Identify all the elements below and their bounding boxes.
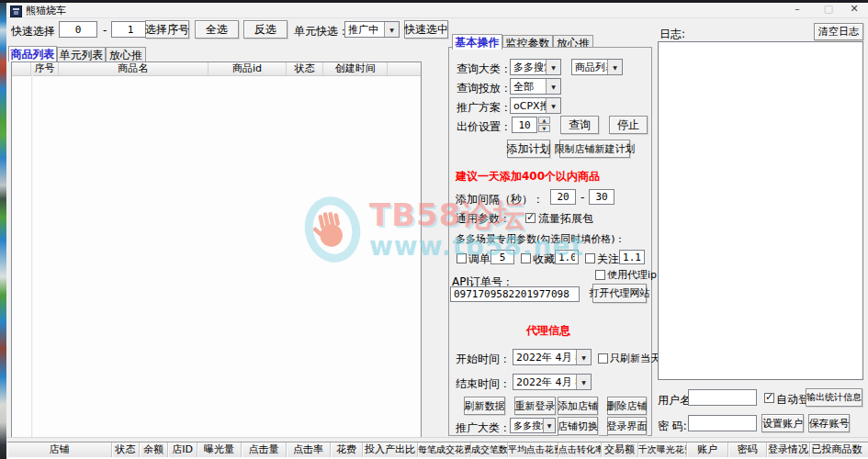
order-price-input[interactable] bbox=[490, 250, 514, 264]
relogin-button[interactable]: 重新登录 bbox=[514, 397, 556, 415]
shop-col-cvr[interactable]: 点击转化率 bbox=[558, 442, 602, 458]
shop-col-status[interactable]: 状态 bbox=[112, 442, 140, 458]
range-to-input[interactable] bbox=[111, 21, 150, 38]
output-stats-button[interactable]: 输出统计信息 bbox=[806, 388, 862, 407]
refresh-today-checkbox[interactable] bbox=[598, 353, 608, 364]
use-proxy-checkbox[interactable] bbox=[595, 270, 605, 280]
column-separator bbox=[31, 75, 33, 437]
query-target-select[interactable]: 商品列表▼ bbox=[571, 59, 623, 75]
set-account-button[interactable]: 设置账户 bbox=[761, 414, 804, 432]
shop-col-impressions[interactable]: 曝光量 bbox=[197, 442, 242, 458]
tab-product-list[interactable]: 商品列表 bbox=[8, 46, 57, 62]
plan-select[interactable]: oCPX推广▼ bbox=[510, 97, 561, 114]
shop-col-products[interactable]: 已投商品数 bbox=[810, 442, 863, 458]
column-header-status[interactable]: 状态 bbox=[287, 62, 323, 75]
query-delivery-value: 全部 bbox=[511, 80, 546, 94]
add-plan-button[interactable]: 添加计划 bbox=[507, 140, 550, 158]
unit-status-select[interactable]: 推广中 ▼ bbox=[344, 21, 400, 38]
pick-serial-button[interactable]: 选择序号 bbox=[145, 20, 189, 39]
password-input[interactable] bbox=[688, 415, 757, 431]
column-header-created[interactable]: 创建时间 bbox=[323, 62, 388, 75]
order-label: 调单 bbox=[468, 252, 490, 267]
order-checkbox[interactable] bbox=[457, 253, 467, 263]
auto-login-checkbox[interactable]: ✓ bbox=[764, 393, 774, 403]
shop-col-account[interactable]: 账户 bbox=[687, 442, 728, 458]
start-time-select[interactable]: 2022年 4月 8日▼ bbox=[513, 349, 592, 365]
log-textarea[interactable] bbox=[658, 41, 863, 380]
chevron-down-icon: ▼ bbox=[384, 22, 399, 37]
limit-plan-button[interactable]: 限制店铺新建计划 bbox=[559, 140, 630, 158]
clear-log-button[interactable]: 清空日志 bbox=[814, 23, 863, 40]
shop-col-shop[interactable]: 店铺 bbox=[7, 442, 112, 458]
shop-col-login-status[interactable]: 登录情况 bbox=[767, 442, 810, 458]
shop-col-password[interactable]: 密码 bbox=[728, 442, 767, 458]
interval-max-input[interactable] bbox=[589, 189, 614, 205]
shop-col-clicks[interactable]: 点击量 bbox=[242, 442, 287, 458]
column-header-serial[interactable]: 序号 bbox=[31, 62, 59, 75]
delete-shop-button[interactable]: 删除店铺 bbox=[607, 397, 647, 415]
stop-button[interactable]: 停止 bbox=[609, 116, 648, 134]
shop-col-gmv[interactable]: 交易额 bbox=[602, 442, 638, 458]
tab-worry-free[interactable]: 放心推 bbox=[106, 47, 146, 62]
favorite-price-input[interactable] bbox=[555, 250, 579, 264]
username-input[interactable] bbox=[688, 389, 757, 406]
column-header-filler bbox=[388, 62, 421, 75]
plan-value: oCPX推广 bbox=[511, 99, 546, 113]
login-ui-button[interactable]: 登录界面 bbox=[607, 417, 647, 435]
end-time-select[interactable]: 2022年 4月 8日▼ bbox=[513, 374, 592, 390]
select-all-button[interactable]: 全选 bbox=[195, 20, 239, 39]
maximize-button[interactable]: ▢ bbox=[817, 2, 840, 16]
desktop-background-strip bbox=[0, 3, 6, 459]
shop-col-spend[interactable]: 花费 bbox=[331, 442, 363, 458]
shop-col-balance[interactable]: 余额 bbox=[140, 442, 168, 458]
quick-pick-button[interactable]: 快速选中 bbox=[404, 20, 448, 39]
switch-shop-button[interactable]: 店铺切换 bbox=[558, 417, 598, 435]
traffic-package-checkbox[interactable]: ✓ bbox=[525, 213, 535, 223]
query-delivery-label: 查询投放： bbox=[457, 81, 512, 96]
favorite-checkbox[interactable] bbox=[521, 253, 531, 263]
shop-col-shop-id[interactable]: 店ID bbox=[168, 442, 197, 458]
end-time-value: 2022年 4月 8日 bbox=[513, 375, 576, 389]
start-time-value: 2022年 4月 8日 bbox=[513, 351, 576, 364]
query-category-select[interactable]: 多多搜索▼ bbox=[510, 59, 561, 75]
save-account-button[interactable]: 保存账号 bbox=[808, 414, 850, 432]
column-header[interactable] bbox=[12, 62, 31, 75]
use-proxy-label: 使用代理ip bbox=[607, 268, 657, 282]
shop-col-roi[interactable]: 投入产出比 bbox=[363, 442, 418, 458]
tab-unit-list[interactable]: 单元列表 bbox=[57, 47, 106, 62]
range-from-input[interactable] bbox=[59, 21, 97, 38]
promo-category-select[interactable]: 多多搜索▼ bbox=[510, 418, 556, 433]
shop-col-avg-cpc[interactable]: 平均点击花费 bbox=[508, 442, 558, 458]
refresh-data-button[interactable]: 刷新数据 bbox=[464, 397, 505, 415]
shop-col-cost-per-deal[interactable]: 每笔成交花费 bbox=[418, 442, 471, 458]
bid-spinner-down[interactable]: ▼ bbox=[538, 125, 550, 132]
minimize-button[interactable]: – bbox=[786, 2, 808, 16]
query-button[interactable]: 查询 bbox=[560, 116, 599, 134]
shop-col-deals[interactable]: 成交笔数 bbox=[471, 442, 508, 458]
proxy-info-title: 代理信息 bbox=[457, 323, 640, 339]
chevron-down-icon: ▼ bbox=[546, 79, 560, 94]
bid-input[interactable] bbox=[512, 117, 537, 133]
chevron-down-icon: ▼ bbox=[543, 419, 555, 432]
query-delivery-select[interactable]: 全部▼ bbox=[510, 78, 561, 95]
bid-spinner-up[interactable]: ▲ bbox=[538, 117, 550, 124]
open-proxy-button[interactable]: 打开代理网站 bbox=[592, 284, 647, 303]
api-order-input[interactable] bbox=[450, 286, 580, 302]
quick-select-label: 快速选择： bbox=[11, 24, 66, 39]
invert-select-button[interactable]: 反选 bbox=[243, 20, 287, 39]
chevron-down-icon: ▼ bbox=[576, 350, 591, 364]
shop-col-ctr[interactable]: 点击率 bbox=[287, 442, 331, 458]
promo-category-label: 推广大类： bbox=[456, 420, 511, 436]
favorite-label: 收藏 bbox=[533, 252, 555, 267]
daily-tip-text: 建议一天添加400个以内商品 bbox=[456, 169, 600, 185]
shop-col-cpm[interactable]: 千次曝光花费 bbox=[638, 442, 687, 458]
column-header-product-name[interactable]: 商品名 bbox=[59, 62, 209, 75]
close-button[interactable]: ✕ bbox=[843, 2, 865, 16]
interval-min-input[interactable] bbox=[550, 189, 576, 205]
follow-checkbox[interactable] bbox=[585, 253, 595, 263]
tab-basic-ops[interactable]: 基本操作 bbox=[452, 34, 502, 50]
add-shop-button[interactable]: 添加店铺 bbox=[558, 397, 598, 415]
follow-price-input[interactable] bbox=[619, 250, 645, 264]
scene-params-label: 多多场景专用参数(勾选同时填价格)： bbox=[456, 232, 626, 246]
column-header-product-id[interactable]: 商品id bbox=[209, 62, 287, 75]
